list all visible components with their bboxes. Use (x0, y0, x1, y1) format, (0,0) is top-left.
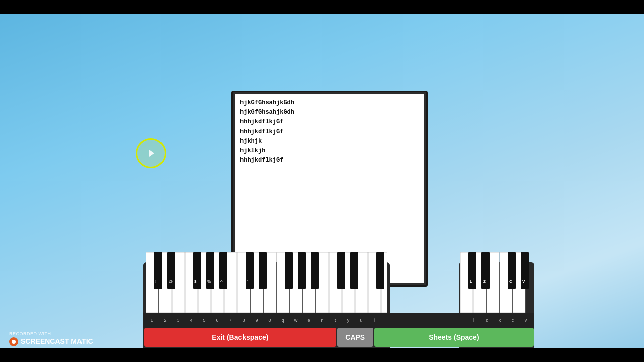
top-bar (0, 0, 644, 14)
svg-text:$: $ (194, 279, 197, 284)
cursor-indicator (136, 138, 166, 168)
svg-text:V: V (522, 279, 525, 284)
piano-keys-left[interactable]: ! @ $ % ^ ' (146, 252, 387, 313)
text-line-1: hjkGfGhsahjkGdh (240, 98, 419, 108)
cursor-arrow-icon (149, 150, 154, 157)
text-line-3: hhhjkdflkjGf (240, 117, 419, 127)
recorded-with-label: RECORDED WITH (9, 331, 93, 337)
svg-text:@: @ (169, 279, 173, 284)
svg-rect-28 (311, 252, 319, 289)
watermark: RECORDED WITH SCREENCAST MATIC (9, 331, 93, 347)
text-line-2: hjkGfGhsahjkGdh (240, 108, 419, 117)
notepad-text: hjkGfGhsahjkGdh hjkGfGhsahjkGdh hhhjkdfl… (235, 94, 424, 169)
text-line-5: hjkhjk (240, 137, 419, 146)
svg-text:^: ^ (220, 279, 223, 284)
piano-keys-right[interactable]: L Z C V (460, 252, 531, 313)
exit-button[interactable]: Exit (Backspace) (144, 328, 336, 347)
svg-text:': ' (247, 279, 248, 284)
brand-dot-icon (12, 340, 16, 344)
svg-rect-27 (298, 252, 306, 289)
brand-text: SCREENCAST MATIC (21, 337, 93, 347)
svg-rect-30 (350, 252, 358, 289)
svg-rect-26 (285, 252, 293, 289)
caps-button[interactable]: CAPS (337, 328, 373, 347)
svg-rect-29 (337, 252, 345, 289)
svg-text:C: C (509, 279, 512, 284)
buttons-row: Exit (Backspace) CAPS Sheets (Space) (143, 328, 535, 347)
bottom-label-right-panel: l z x c v (459, 313, 534, 328)
svg-text:L: L (470, 279, 472, 284)
svg-rect-31 (376, 252, 384, 289)
svg-text:%: % (207, 279, 211, 284)
svg-text:!: ! (155, 279, 157, 284)
text-line-4: hhhjkdflkjGf (240, 127, 419, 137)
svg-text:Z: Z (483, 279, 486, 284)
brand-logo-icon (9, 337, 18, 346)
brand-label: SCREENCAST MATIC (9, 337, 93, 347)
sheets-button[interactable]: Sheets (Space) (374, 328, 534, 347)
text-line-6: hjklkjh (240, 146, 419, 156)
svg-rect-25 (259, 252, 267, 289)
text-line-7: hhhjkdflkjGf (240, 156, 419, 165)
bottom-bar (0, 348, 644, 362)
